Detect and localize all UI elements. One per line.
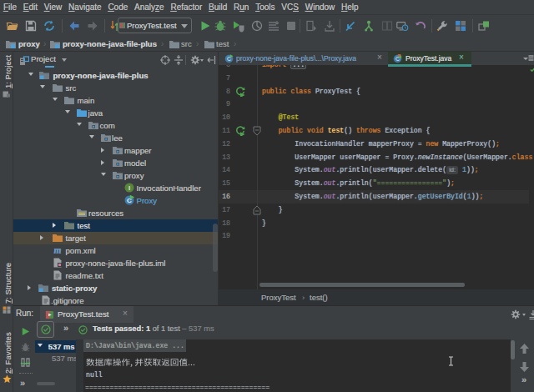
svg-text:m: m: [54, 245, 62, 255]
svg-text:I: I: [128, 184, 130, 192]
